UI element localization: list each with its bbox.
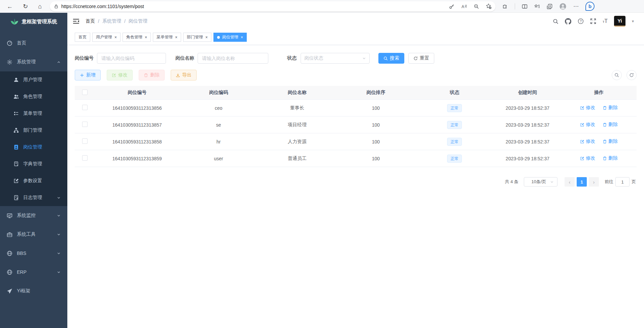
sidebar-item-users[interactable]: 用户管理 xyxy=(0,71,67,88)
refresh-icon[interactable]: ↻ xyxy=(23,3,28,9)
split-screen-icon[interactable] xyxy=(522,4,528,9)
breadcrumb-separator: / xyxy=(98,19,99,24)
sidebar-item-label: 用户管理 xyxy=(23,77,42,83)
collections-icon[interactable] xyxy=(547,4,552,9)
sidebar-item-posts[interactable]: 岗位管理 xyxy=(0,139,67,156)
user-avatar[interactable]: Yi xyxy=(614,16,625,27)
users-icon xyxy=(13,94,19,99)
address-bar[interactable]: https://ccnetcore.com:1101/system/post A xyxy=(50,1,496,11)
close-icon[interactable]: × xyxy=(175,35,177,39)
tab-role-mgmt[interactable]: 角色管理 × xyxy=(123,33,151,42)
row-checkbox[interactable] xyxy=(82,105,88,110)
dashboard-icon xyxy=(7,40,12,46)
search-button-label: 搜索 xyxy=(390,55,399,61)
close-icon[interactable]: × xyxy=(241,35,243,39)
add-button[interactable]: 新增 xyxy=(75,70,101,80)
avatar-caret-icon[interactable]: ▾ xyxy=(632,19,634,24)
extensions-icon[interactable] xyxy=(502,3,508,9)
sidebar-item-parameters[interactable]: 参数设置 xyxy=(0,172,67,189)
tab-label: 岗位管理 xyxy=(222,34,238,40)
tab-dept-mgmt[interactable]: 部门管理 × xyxy=(183,33,211,42)
back-icon[interactable]: ← xyxy=(7,3,13,9)
add-favorite-icon[interactable] xyxy=(486,3,492,9)
sidebar-item-departments[interactable]: 部门管理 xyxy=(0,122,67,139)
cell-post-name: 普通员工 xyxy=(258,150,337,167)
url-text[interactable]: https://ccnetcore.com:1101/system/post xyxy=(61,4,449,9)
page-number-1[interactable]: 1 xyxy=(577,177,587,187)
help-icon[interactable]: ? xyxy=(578,18,584,24)
sidebar-item-menus[interactable]: 菜单管理 xyxy=(0,105,67,122)
dictionary-book-icon xyxy=(13,161,19,167)
sidebar-item-erp[interactable]: ERP xyxy=(0,263,67,282)
sidebar-fold-icon[interactable] xyxy=(73,18,79,24)
refresh-table-button[interactable] xyxy=(626,70,637,80)
chevron-down-icon xyxy=(550,180,554,184)
header-actions: 操作 xyxy=(561,86,637,100)
github-icon[interactable] xyxy=(565,18,571,25)
close-icon[interactable]: × xyxy=(145,35,147,39)
home-icon[interactable]: ⌂ xyxy=(38,3,42,9)
read-aloud-icon[interactable]: A xyxy=(461,4,467,9)
reset-button[interactable]: 重置 xyxy=(408,53,434,64)
sidebar-item-home[interactable]: 首页 xyxy=(0,34,67,53)
profile-avatar[interactable] xyxy=(559,3,567,10)
tab-user-mgmt[interactable]: 用户管理 × xyxy=(92,33,121,42)
goto-page-input[interactable] xyxy=(615,177,630,187)
tab-home[interactable]: 首页 xyxy=(75,33,90,42)
status-select-placeholder: 岗位状态 xyxy=(304,55,323,61)
row-edit-link[interactable]: 修改 xyxy=(580,138,595,144)
close-icon[interactable]: × xyxy=(114,35,117,39)
sidebar-item-logs[interactable]: 日志管理 xyxy=(0,189,67,206)
sidebar-item-tools[interactable]: 系统工具 xyxy=(0,225,67,244)
row-edit-link[interactable]: 修改 xyxy=(580,105,595,111)
edit-square-icon xyxy=(13,178,19,184)
sidebar-item-roles[interactable]: 角色管理 xyxy=(0,88,67,105)
row-delete-link[interactable]: 删除 xyxy=(603,105,618,111)
export-button[interactable]: 导出 xyxy=(171,70,197,80)
font-size-icon[interactable]: тT xyxy=(603,18,608,24)
password-key-icon[interactable] xyxy=(449,4,454,9)
row-checkbox[interactable] xyxy=(82,155,88,161)
row-delete-link[interactable]: 删除 xyxy=(603,138,618,144)
status-select[interactable]: 岗位状态 xyxy=(301,53,370,64)
search-icon[interactable] xyxy=(553,19,558,24)
sidebar-item-system[interactable]: 系统管理 xyxy=(0,53,67,71)
post-table: 岗位编号 岗位编码 岗位名称 岗位排序 状态 创建时间 操作 164103059… xyxy=(75,86,637,167)
fullscreen-icon[interactable] xyxy=(590,18,596,24)
favorites-icon[interactable] xyxy=(534,4,540,9)
cell-created: 2023-03-29 18:52:37 xyxy=(494,150,561,167)
table-toolbar: 新增 修改 删除 导出 xyxy=(75,70,637,80)
post-code-input[interactable] xyxy=(97,53,166,64)
next-page-button[interactable]: › xyxy=(589,177,599,187)
select-all-checkbox[interactable] xyxy=(82,90,88,95)
tab-menu-mgmt[interactable]: 菜单管理 × xyxy=(153,33,181,42)
row-delete-link[interactable]: 删除 xyxy=(603,122,618,128)
cell-post-id: 1641030593112313858 xyxy=(95,133,179,150)
zoom-out-icon[interactable] xyxy=(474,4,479,9)
cell-post-name: 人力资源 xyxy=(258,133,337,150)
prev-page-button[interactable]: ‹ xyxy=(565,177,575,187)
tab-post-mgmt[interactable]: 岗位管理 × xyxy=(213,33,247,42)
globe-icon xyxy=(7,269,12,275)
header-select-all xyxy=(75,86,95,100)
cell-post-sort: 100 xyxy=(337,117,415,133)
post-name-input[interactable] xyxy=(198,53,268,64)
row-edit-link[interactable]: 修改 xyxy=(580,155,595,161)
sidebar-item-bbs[interactable]: BBS xyxy=(0,244,67,263)
row-edit-link[interactable]: 修改 xyxy=(580,122,595,128)
breadcrumb-home[interactable]: 首页 xyxy=(86,18,95,24)
sidebar-item-monitor[interactable]: 系统监控 xyxy=(0,206,67,225)
page-size-select[interactable]: 10条/页 xyxy=(524,177,557,187)
row-checkbox[interactable] xyxy=(82,122,88,127)
sidebar-item-dictionary[interactable]: 字典管理 xyxy=(0,156,67,172)
show-search-button[interactable] xyxy=(612,70,622,80)
close-icon[interactable]: × xyxy=(205,35,208,39)
browser-menu-icon[interactable]: ⋯ xyxy=(573,3,579,9)
row-checkbox[interactable] xyxy=(82,138,88,144)
sidebar-item-yi-framework[interactable]: Yi框架 xyxy=(0,282,67,300)
browser-chrome: ← ↻ ⌂ https://ccnetcore.com:1101/system/… xyxy=(0,0,644,13)
row-delete-link[interactable]: 删除 xyxy=(603,155,618,161)
search-button[interactable]: 搜索 xyxy=(378,53,404,64)
copilot-icon[interactable]: b xyxy=(585,2,595,11)
sidebar-menu: 首页 系统管理 用户管理 xyxy=(0,30,67,300)
